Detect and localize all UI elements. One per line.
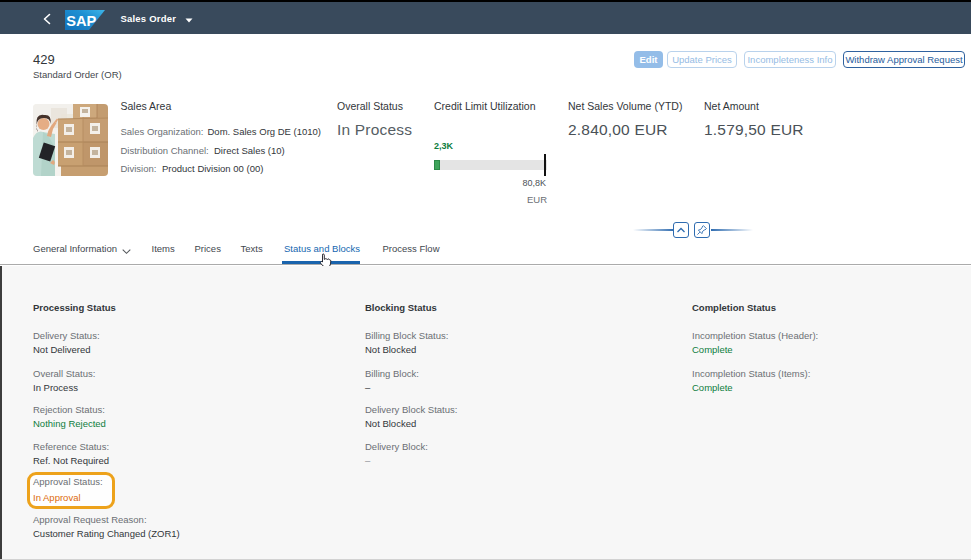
svg-text:SAP: SAP — [66, 13, 96, 29]
